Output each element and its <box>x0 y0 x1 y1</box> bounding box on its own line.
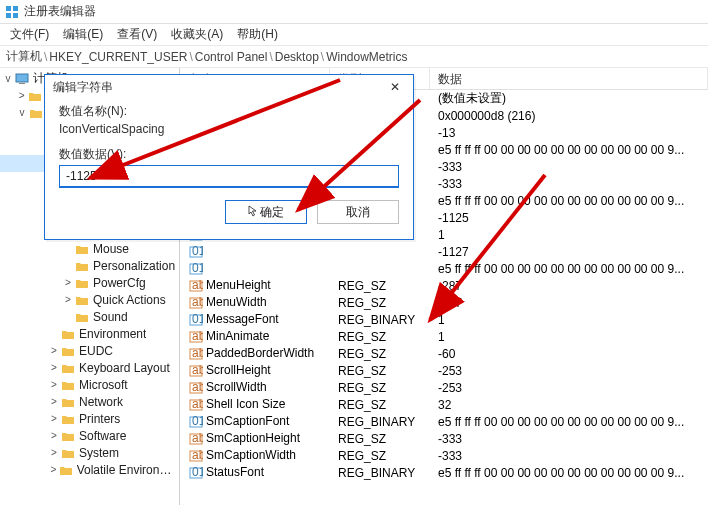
tree-item[interactable]: Environment <box>0 325 179 342</box>
breadcrumb-part: WindowMetrics <box>326 50 407 64</box>
svg-rect-5 <box>19 83 25 84</box>
expander-icon[interactable]: > <box>48 379 60 390</box>
list-row[interactable]: abMenuHeightREG_SZ-287 <box>180 277 708 294</box>
tree-item[interactable]: >Printers <box>0 410 179 427</box>
computer-icon <box>14 72 30 86</box>
svg-text:ab: ab <box>192 399 203 411</box>
svg-rect-3 <box>13 13 18 18</box>
tree-item[interactable]: Sound <box>0 308 179 325</box>
list-row[interactable]: abScrollHeightREG_SZ-253 <box>180 362 708 379</box>
value-type: REG_BINARY <box>330 313 430 327</box>
tree-item[interactable]: >EUDC <box>0 342 179 359</box>
expander-icon[interactable]: > <box>48 345 60 356</box>
folder-icon <box>74 276 90 290</box>
value-type-icon: ab <box>188 296 204 310</box>
value-data: -333 <box>430 160 708 174</box>
col-data[interactable]: 数据 <box>430 68 708 89</box>
value-data: (数值未设置) <box>430 90 708 107</box>
list-row[interactable]: 01-1127 <box>180 243 708 260</box>
tree-item[interactable]: >Microsoft <box>0 376 179 393</box>
tree-item[interactable]: >System <box>0 444 179 461</box>
expander-icon[interactable]: > <box>62 294 74 305</box>
value-type-icon: ab <box>188 279 204 293</box>
value-data: e5 ff ff ff 00 00 00 00 00 00 00 00 00 0… <box>430 143 708 157</box>
tree-item[interactable]: >Network <box>0 393 179 410</box>
expander-icon[interactable]: > <box>62 277 74 288</box>
value-data: -287 <box>430 279 708 293</box>
value-data: e5 ff ff ff 00 00 00 00 00 00 00 00 00 0… <box>430 262 708 276</box>
value-type-icon: 01 <box>188 313 204 327</box>
list-row[interactable]: abSmCaptionWidthREG_SZ-333 <box>180 447 708 464</box>
data-label: 数值数据(V): <box>59 146 399 163</box>
tree-item[interactable]: >PowerCfg <box>0 274 179 291</box>
tree-item[interactable]: >Volatile Environment <box>0 461 179 478</box>
svg-text:01: 01 <box>192 246 203 258</box>
value-type-icon: 01 <box>188 245 204 259</box>
tree-label: Network <box>79 395 123 409</box>
address-bar[interactable]: 计算机\ HKEY_CURRENT_USER\ Control Panel\ D… <box>0 46 708 68</box>
folder-icon <box>60 446 76 460</box>
value-name: StatusFont <box>206 465 264 479</box>
expander-icon[interactable]: > <box>48 362 60 373</box>
tree-label: System <box>79 446 119 460</box>
value-data: -1125 <box>430 211 708 225</box>
folder-icon <box>60 327 76 341</box>
list-row[interactable]: abMenuWidthREG_SZ-287 <box>180 294 708 311</box>
folder-icon <box>28 106 44 120</box>
expander-icon[interactable]: > <box>48 430 60 441</box>
menu-help[interactable]: 帮助(H) <box>231 24 284 45</box>
folder-icon <box>74 310 90 324</box>
tree-item[interactable]: Personalization <box>0 257 179 274</box>
list-row[interactable]: abScrollWidthREG_SZ-253 <box>180 379 708 396</box>
expander-icon[interactable]: > <box>48 447 60 458</box>
list-row[interactable]: 01MessageFontREG_BINARY1 <box>180 311 708 328</box>
close-icon[interactable]: ✕ <box>385 80 405 94</box>
cancel-button[interactable]: 取消 <box>317 200 399 224</box>
expander-icon[interactable]: > <box>48 464 59 475</box>
list-row[interactable]: 01SmCaptionFontREG_BINARYe5 ff ff ff 00 … <box>180 413 708 430</box>
list-row[interactable]: abShell Icon SizeREG_SZ32 <box>180 396 708 413</box>
breadcrumb-part: Control Panel <box>195 50 268 64</box>
list-row[interactable]: abSmCaptionHeightREG_SZ-333 <box>180 430 708 447</box>
menu-favorites[interactable]: 收藏夹(A) <box>165 24 229 45</box>
value-type-icon: 01 <box>188 466 204 480</box>
svg-text:ab: ab <box>192 365 203 377</box>
value-data: 1 <box>430 330 708 344</box>
list-row[interactable]: abPaddedBorderWidthREG_SZ-60 <box>180 345 708 362</box>
expander-icon[interactable]: v <box>16 107 28 118</box>
value-name: SmCaptionWidth <box>206 448 296 462</box>
tree-item[interactable]: Mouse <box>0 240 179 257</box>
value-data: -13 <box>430 126 708 140</box>
list-row[interactable]: 01e5 ff ff ff 00 00 00 00 00 00 00 00 00… <box>180 260 708 277</box>
folder-icon <box>60 378 76 392</box>
menu-edit[interactable]: 编辑(E) <box>57 24 109 45</box>
value-data: -333 <box>430 177 708 191</box>
list-row[interactable]: 01StatusFontREG_BINARYe5 ff ff ff 00 00 … <box>180 464 708 481</box>
data-input[interactable] <box>59 165 399 187</box>
value-type-icon: ab <box>188 398 204 412</box>
value-data: 0x000000d8 (216) <box>430 109 708 123</box>
value-name: Shell Icon Size <box>206 397 285 411</box>
svg-text:01: 01 <box>192 314 203 326</box>
list-row[interactable]: abMinAnimateREG_SZ1 <box>180 328 708 345</box>
svg-text:ab: ab <box>192 348 203 360</box>
tree-item[interactable]: >Quick Actions <box>0 291 179 308</box>
expander-icon[interactable]: > <box>16 90 28 101</box>
tree-item[interactable]: >Keyboard Layout <box>0 359 179 376</box>
value-data: -333 <box>430 449 708 463</box>
expander-icon[interactable]: v <box>2 73 14 84</box>
dialog-titlebar[interactable]: 编辑字符串 ✕ <box>45 75 413 99</box>
menu-view[interactable]: 查看(V) <box>111 24 163 45</box>
svg-rect-1 <box>13 6 18 11</box>
expander-icon[interactable]: > <box>48 396 60 407</box>
value-name: MenuHeight <box>206 278 271 292</box>
tree-item[interactable]: >Software <box>0 427 179 444</box>
menu-file[interactable]: 文件(F) <box>4 24 55 45</box>
folder-icon <box>60 344 76 358</box>
expander-icon[interactable]: > <box>48 413 60 424</box>
cancel-label: 取消 <box>346 204 370 221</box>
svg-rect-0 <box>6 6 11 11</box>
ok-button[interactable]: 确定 <box>225 200 307 224</box>
value-data: -333 <box>430 432 708 446</box>
tree-label: PowerCfg <box>93 276 146 290</box>
